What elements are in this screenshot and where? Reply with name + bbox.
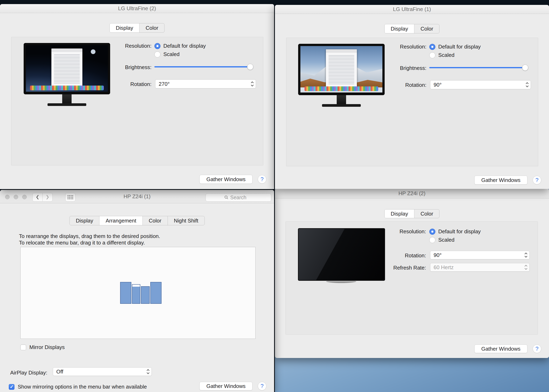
radio-unselected-icon[interactable] xyxy=(154,51,160,57)
back-button[interactable] xyxy=(32,193,43,202)
gather-windows-button[interactable]: Gather Windows xyxy=(474,344,527,353)
help-button[interactable]: ? xyxy=(258,382,266,390)
checkbox-checked-icon[interactable] xyxy=(9,384,14,390)
rotation-popup[interactable]: 270° xyxy=(155,79,256,88)
screen-document-window xyxy=(51,49,83,88)
window-title: HP Z24i (2) xyxy=(398,190,426,197)
resolution-label: Resolution: xyxy=(359,44,426,50)
radio-selected-icon[interactable] xyxy=(429,44,435,50)
resolution-scaled-label: Scaled xyxy=(438,237,455,243)
resolution-scaled-option[interactable]: Scaled xyxy=(429,52,455,58)
tab-display[interactable]: Display xyxy=(385,24,414,33)
tab-night-shift[interactable]: Night Shift xyxy=(168,216,204,225)
brightness-label: Brightness: xyxy=(84,64,152,70)
resolution-label: Resolution: xyxy=(84,43,152,49)
arrangement-display[interactable] xyxy=(150,282,161,304)
radio-unselected-icon[interactable] xyxy=(429,52,435,58)
radio-selected-icon[interactable] xyxy=(154,43,160,49)
resolution-default-label: Default for display xyxy=(438,44,481,50)
resolution-default-option[interactable]: Default for display xyxy=(429,228,481,235)
rotation-popup[interactable]: 90° xyxy=(430,251,530,259)
tab-display[interactable]: Display xyxy=(385,210,414,218)
rotation-value: 270° xyxy=(159,81,170,87)
menu-bar-strip[interactable] xyxy=(132,284,140,287)
slider-track[interactable] xyxy=(154,66,253,67)
window-lg-ultrafine-1: LG UltraFine (1) Display Color Resolutio… xyxy=(275,5,549,189)
monitor-stand-base xyxy=(48,103,86,106)
desktop: LG UltraFine (2) Display Color Resolutio… xyxy=(0,0,549,392)
window-title: LG UltraFine (1) xyxy=(393,6,431,12)
help-button[interactable]: ? xyxy=(258,175,266,184)
stepper-icon xyxy=(525,82,529,88)
tab-display[interactable]: Display xyxy=(110,23,139,32)
rotation-label: Rotation: xyxy=(359,82,426,88)
zoom-icon[interactable] xyxy=(22,195,27,199)
airplay-value: Off xyxy=(56,369,63,375)
arrangement-canvas xyxy=(20,247,256,339)
titlebar[interactable]: HP Z24i (2) xyxy=(275,189,549,198)
close-icon[interactable] xyxy=(5,195,10,199)
mirror-displays-label: Mirror Displays xyxy=(29,344,65,350)
brightness-slider[interactable] xyxy=(429,65,528,71)
tab-color[interactable]: Color xyxy=(139,23,164,32)
tab-color[interactable]: Color xyxy=(414,210,439,218)
tab-display[interactable]: Display xyxy=(70,216,100,225)
preference-tabs: Display Arrangement Color Night Shift xyxy=(70,216,205,225)
arrangement-display[interactable] xyxy=(141,286,150,304)
rotation-value: 90° xyxy=(433,82,441,88)
titlebar[interactable]: LG UltraFine (1) xyxy=(275,5,549,14)
resolution-scaled-option[interactable]: Scaled xyxy=(429,237,455,243)
stepper-icon xyxy=(146,369,150,375)
gather-windows-button[interactable]: Gather Windows xyxy=(199,175,253,184)
resolution-default-option[interactable]: Default for display xyxy=(154,43,206,49)
show-all-button[interactable] xyxy=(65,193,75,202)
rotation-popup[interactable]: 90° xyxy=(430,80,531,89)
slider-knob[interactable] xyxy=(247,64,253,70)
monitor-stand-base xyxy=(322,104,361,107)
forward-button[interactable] xyxy=(43,193,53,202)
search-field[interactable] xyxy=(206,193,271,202)
stepper-icon xyxy=(524,252,528,258)
brightness-slider[interactable] xyxy=(154,64,253,70)
mirror-displays-option[interactable]: Mirror Displays xyxy=(20,344,65,350)
window-title: LG UltraFine (2) xyxy=(118,5,156,12)
resolution-scaled-option[interactable]: Scaled xyxy=(154,51,180,57)
resolution-default-label: Default for display xyxy=(163,43,206,49)
tab-color[interactable]: Color xyxy=(143,216,168,225)
help-button[interactable]: ? xyxy=(533,176,541,184)
tab-arrangement[interactable]: Arrangement xyxy=(100,216,143,225)
arrangement-display[interactable] xyxy=(132,286,140,304)
display-color-tabs: Display Color xyxy=(384,24,440,33)
radio-unselected-icon[interactable] xyxy=(429,237,435,243)
resolution-default-option[interactable]: Default for display xyxy=(429,44,481,50)
display-color-tabs: Display Color xyxy=(109,23,165,33)
rotation-label: Rotation: xyxy=(84,81,152,87)
monitor-preview xyxy=(298,44,385,107)
help-button[interactable]: ? xyxy=(533,344,541,353)
gather-windows-button[interactable]: Gather Windows xyxy=(199,382,253,390)
gather-windows-button[interactable]: Gather Windows xyxy=(474,176,527,185)
show-mirroring-option[interactable]: Show mirroring options in the menu bar w… xyxy=(9,384,147,390)
search-input[interactable] xyxy=(230,195,253,201)
refresh-rate-popup[interactable]: 60 Hertz xyxy=(430,263,530,272)
stepper-icon xyxy=(524,264,528,270)
monitor-stand-neck xyxy=(62,94,72,103)
slider-knob[interactable] xyxy=(522,65,528,71)
window-title: HP Z24i (1) xyxy=(123,193,151,200)
screen-document-window xyxy=(326,49,357,88)
tab-color[interactable]: Color xyxy=(414,24,439,33)
minimize-icon[interactable] xyxy=(14,195,18,199)
airplay-popup[interactable]: Off xyxy=(53,367,152,376)
checkbox-icon[interactable] xyxy=(20,344,26,350)
monitor-stand-neck xyxy=(337,95,346,104)
instruction-line-2: To relocate the menu bar, drag it to a d… xyxy=(19,240,145,246)
airplay-label: AirPlay Display: xyxy=(10,370,47,376)
radio-selected-icon[interactable] xyxy=(429,229,435,235)
display-color-tabs: Display Color xyxy=(384,209,440,218)
slider-track[interactable] xyxy=(429,67,528,68)
refresh-rate-label: Refresh Rate: xyxy=(359,265,426,271)
arrangement-display[interactable] xyxy=(120,282,131,304)
show-mirroring-label: Show mirroring options in the menu bar w… xyxy=(18,384,147,390)
titlebar[interactable]: LG UltraFine (2) xyxy=(0,4,274,13)
window-lg-ultrafine-2: LG UltraFine (2) Display Color Resolutio… xyxy=(0,4,274,189)
